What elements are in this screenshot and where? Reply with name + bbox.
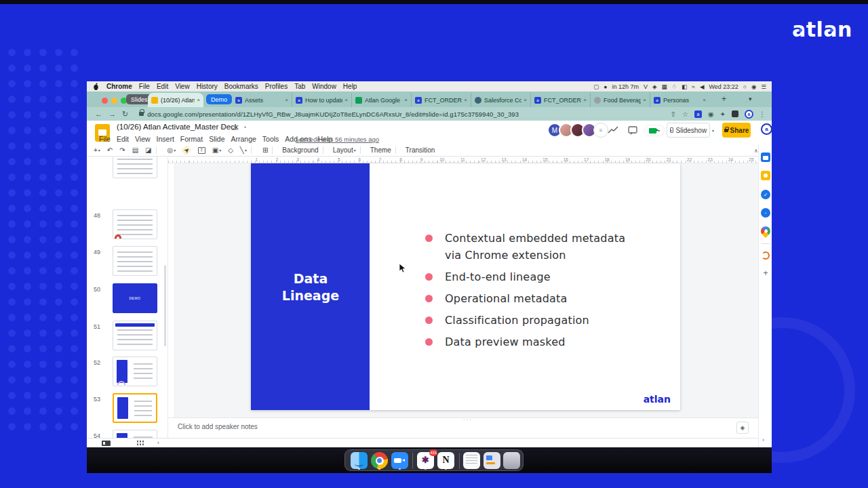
undo-button[interactable]: ↶ (107, 146, 113, 154)
close-tab-icon[interactable]: × (344, 97, 348, 103)
notes-placeholder[interactable]: Click to add speaker notes (178, 423, 258, 430)
tab-fct-orders-1[interactable]: a FCT_ORDERS × (411, 93, 471, 107)
menubar-app-name[interactable]: Chrome (106, 83, 132, 90)
volume-icon[interactable]: ◀ (700, 83, 705, 90)
insert-line-button[interactable]: ╲ (240, 146, 244, 154)
slide-thumbnail-52[interactable] (113, 357, 157, 386)
menubar-clock[interactable]: Wed 23:22 (709, 83, 738, 90)
slide-thumbnail-53-selected[interactable] (113, 393, 157, 423)
chrome-dock-icon[interactable] (371, 452, 388, 469)
tab-google-sheet[interactable]: Atlan Google Sheet × (351, 93, 411, 107)
finder-dock-icon[interactable] (351, 452, 368, 469)
tab-food-beverage[interactable]: Food Beverage Ord... × (590, 93, 650, 107)
bullet-item[interactable]: Contextual embedded metadata via Chrome … (445, 230, 633, 264)
select-tool-button[interactable]: ➤ (181, 144, 193, 156)
bookmark-star-icon[interactable]: ☆ (682, 110, 688, 118)
bullet-item[interactable]: Data preview masked (445, 333, 633, 350)
close-tab-icon[interactable]: × (643, 97, 646, 103)
tab-search-chevron-icon[interactable]: ▾ (749, 96, 752, 102)
notion-dock-icon[interactable]: N (437, 452, 454, 469)
expand-panel-chevron-icon[interactable]: › (762, 436, 764, 443)
text-box-button[interactable]: T (198, 147, 205, 154)
slide-thumbnail-partial-top[interactable] (113, 157, 157, 178)
display-status-icon[interactable]: ◧ (682, 83, 687, 90)
apple-menu-icon[interactable] (92, 83, 100, 91)
last-edit-status[interactable]: Last edit was 56 minutes ago (296, 136, 379, 143)
extension-circle-icon[interactable]: ◉ (708, 110, 714, 118)
layout-dropdown-icon[interactable]: ▾ (354, 148, 356, 152)
thumbnail-scrollbar[interactable] (164, 265, 166, 346)
comment-icon[interactable] (628, 126, 637, 135)
slide-thumbnail-50[interactable]: DEMO (113, 283, 157, 313)
tab-fct-orders-2[interactable]: a FCT_ORDERS × (530, 93, 590, 107)
slides-menu-slide[interactable]: Slide (209, 135, 224, 143)
avatar-anonymous[interactable]: ≡ (593, 123, 608, 138)
url-text[interactable]: docs.google.com/presentation/d/1ZLHyVfG_… (147, 110, 519, 118)
tab-active-atlan-deck[interactable]: (10/26) Atlan Activ... × (148, 93, 203, 107)
paint-format-button[interactable]: ◪ (145, 146, 151, 154)
slides-menu-view[interactable]: View (135, 135, 151, 143)
insert-image-button[interactable]: ▣ (212, 146, 218, 154)
layout-button[interactable]: Layout (333, 146, 353, 154)
close-tab-icon[interactable]: × (524, 97, 527, 103)
atlan-extension-icon[interactable]: a (694, 110, 702, 118)
menu-window[interactable]: Window (312, 83, 336, 90)
back-button[interactable]: ← (95, 110, 102, 118)
background-button[interactable]: Background (282, 146, 318, 154)
close-tab-icon[interactable]: × (583, 97, 587, 103)
slack-dock-icon[interactable]: ✱ 433 (417, 452, 434, 469)
tab-personas[interactable]: a Personas × (650, 93, 709, 107)
siri-icon[interactable]: ◉ (751, 83, 756, 90)
hide-menus-chevron-icon[interactable]: ∧ (754, 148, 758, 154)
slide-thumbnail-48[interactable] (113, 209, 157, 239)
star-document-icon[interactable]: ☆ (220, 124, 225, 131)
minimize-window-button[interactable] (111, 98, 117, 104)
slide-title-text[interactable]: Data Lineage (277, 270, 344, 304)
menu-profiles[interactable]: Profiles (265, 83, 288, 90)
bullet-item[interactable]: Classification propagation (445, 312, 633, 329)
share-button[interactable]: Share (722, 123, 751, 138)
keep-icon[interactable] (761, 171, 770, 180)
insert-shape-button[interactable]: ◇ (228, 146, 233, 154)
trash-dock-icon[interactable] (503, 452, 520, 469)
close-tab-icon[interactable]: × (464, 97, 467, 103)
menu-help[interactable]: Help (343, 83, 357, 90)
calendar-icon[interactable] (761, 152, 770, 162)
timer-status[interactable]: in 12h 7m (612, 83, 639, 90)
v-app-icon[interactable]: V (644, 83, 648, 90)
slide-thumbnail-54[interactable] (113, 430, 157, 438)
add-addon-icon[interactable]: + (761, 268, 770, 278)
slideshow-button[interactable]: ▸ Slideshow ▾ (667, 123, 710, 138)
zoom-dock-icon[interactable] (391, 452, 408, 469)
notes-drag-handle[interactable]: ··· (463, 417, 473, 423)
control-center-icon[interactable]: ☰ (761, 83, 766, 90)
reload-button[interactable]: ↻ (122, 110, 128, 119)
tab-how-to-update[interactable]: a How to update Atla... × (292, 93, 351, 107)
close-tab-icon[interactable]: × (404, 97, 408, 103)
extensions-puzzle-icon[interactable]: ✦ (720, 110, 726, 118)
slides-menu-edit[interactable]: Edit (117, 135, 129, 143)
theme-button[interactable]: Theme (370, 146, 391, 154)
meet-call-button[interactable]: ▾ (644, 125, 665, 136)
account-avatar-atlan[interactable]: a (761, 123, 772, 135)
collapse-thumbnails-icon[interactable]: ‹ (157, 439, 159, 446)
explore-button[interactable]: ◈ (736, 422, 749, 434)
close-tab-icon[interactable]: × (285, 97, 288, 103)
menu-file[interactable]: File (139, 83, 150, 90)
new-slide-dropdown-icon[interactable]: ▾ (98, 148, 100, 152)
transition-button[interactable]: Transition (406, 146, 435, 154)
activity-trend-icon[interactable] (608, 126, 618, 134)
grid-view-icon[interactable] (136, 440, 144, 446)
filmstrip-view-icon[interactable] (102, 441, 111, 446)
bullet-item[interactable]: Operational metadata (445, 290, 633, 307)
status-dot-icon[interactable]: ● (604, 83, 607, 90)
menu-bookmarks[interactable]: Bookmarks (224, 83, 258, 90)
screen-mirror-icon[interactable]: ▢ (593, 83, 599, 90)
new-tab-button[interactable]: + (722, 94, 726, 104)
insert-placeholder-button[interactable]: ⊞ (262, 146, 268, 154)
menu-history[interactable]: History (197, 83, 218, 90)
dropper-status-icon[interactable]: ♢ (672, 83, 677, 90)
current-slide[interactable]: Data Lineage Contextual embedded metadat… (251, 163, 680, 410)
slides-menu-file[interactable]: File (99, 135, 111, 143)
close-window-button[interactable] (102, 98, 108, 104)
